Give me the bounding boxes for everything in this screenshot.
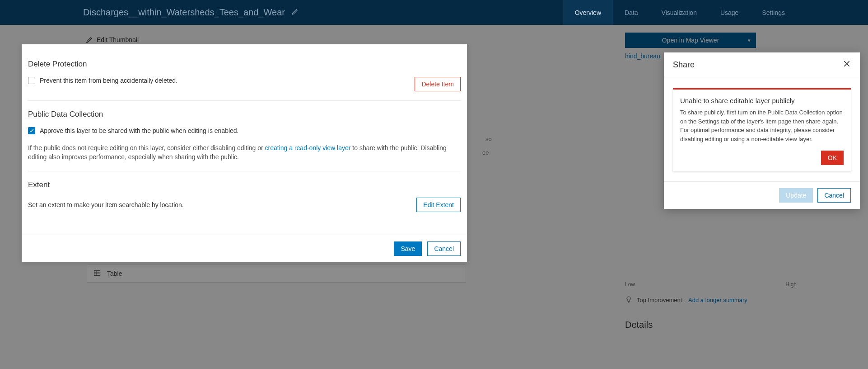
share-cancel-button[interactable]: Cancel [817, 188, 851, 203]
public-data-help: If the public does not require editing o… [28, 143, 461, 162]
public-data-help-pre: If the public does not require editing o… [28, 144, 265, 151]
read-only-view-link[interactable]: creating a read-only view layer [265, 144, 351, 151]
edit-extent-button[interactable]: Edit Extent [416, 198, 461, 212]
close-icon[interactable] [843, 60, 851, 70]
extent-desc: Set an extent to make your item searchab… [28, 201, 184, 208]
top-bar: Discharges__within_Watersheds_Tees_and_W… [0, 0, 868, 25]
tab-overview[interactable]: Overview [563, 0, 613, 25]
public-data-checkbox[interactable]: Approve this layer to be shared with the… [28, 127, 461, 134]
save-button[interactable]: Save [394, 241, 422, 256]
top-nav: Overview Data Visualization Usage Settin… [563, 0, 797, 25]
tab-data[interactable]: Data [613, 0, 650, 25]
update-button[interactable]: Update [779, 188, 813, 203]
tab-visualization[interactable]: Visualization [650, 0, 709, 25]
share-footer: Update Cancel [664, 181, 860, 209]
share-alert: Unable to share editable layer publicly … [673, 88, 851, 171]
delete-protection-title: Delete Protection [28, 60, 461, 69]
cancel-button[interactable]: Cancel [427, 241, 461, 256]
pencil-icon[interactable] [291, 8, 299, 17]
public-data-title: Public Data Collection [28, 110, 461, 119]
tab-settings[interactable]: Settings [750, 0, 797, 25]
delete-item-button[interactable]: Delete Item [415, 77, 461, 91]
public-data-section: Public Data Collection Approve this laye… [28, 100, 461, 171]
settings-modal: Delete Protection Prevent this item from… [22, 44, 467, 262]
checkbox-unchecked-icon [28, 77, 35, 84]
delete-protection-checkbox[interactable]: Prevent this item from being accidentall… [28, 77, 177, 84]
checkbox-checked-icon [28, 127, 35, 134]
settings-footer: Save Cancel [22, 235, 467, 262]
page-title: Discharges__within_Watersheds_Tees_and_W… [83, 7, 285, 18]
tab-usage[interactable]: Usage [709, 0, 750, 25]
share-alert-body: To share publicly, first turn on the Pub… [680, 108, 844, 143]
delete-protection-label: Prevent this item from being accidentall… [40, 77, 177, 84]
share-panel: Share Unable to share editable layer pub… [664, 52, 860, 209]
public-data-label: Approve this layer to be shared with the… [40, 127, 239, 134]
share-alert-title: Unable to share editable layer publicly [680, 97, 844, 104]
alert-ok-button[interactable]: OK [821, 151, 844, 165]
delete-protection-section: Delete Protection Prevent this item from… [28, 44, 461, 100]
share-header: Share [664, 52, 860, 77]
extent-section: Extent Set an extent to make your item s… [28, 171, 461, 221]
share-title: Share [673, 60, 695, 70]
extent-title: Extent [28, 180, 461, 189]
